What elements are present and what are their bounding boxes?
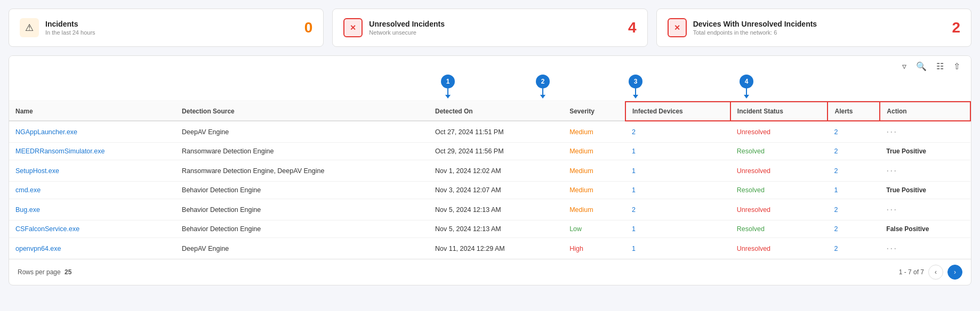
detection-source-cell: Behavior Detection Engine bbox=[175, 220, 429, 238]
infected-devices-cell[interactable]: 1 bbox=[625, 160, 730, 182]
severity-cell: Medium bbox=[563, 121, 625, 143]
table-row: openvpn64.exe DeepAV Engine Nov 11, 2024… bbox=[9, 238, 970, 259]
card-left: ⚠ Incidents In the last 24 hours bbox=[20, 18, 95, 37]
infected-devices-cell[interactable]: 1 bbox=[625, 238, 730, 259]
infected-devices-value[interactable]: 1 bbox=[632, 245, 636, 252]
name-cell[interactable]: NGAppLauncher.exe bbox=[9, 121, 175, 143]
name-link[interactable]: SetupHost.exe bbox=[15, 167, 59, 175]
col-name: Name bbox=[9, 102, 175, 121]
col-detection-source: Detection Source bbox=[175, 102, 429, 121]
monitor-x-icon: ✕ bbox=[668, 18, 687, 37]
alerts-value[interactable]: 1 bbox=[834, 186, 838, 194]
export-icon[interactable]: ⇧ bbox=[951, 59, 962, 73]
name-link[interactable]: cmd.exe bbox=[15, 186, 41, 194]
incident-status-cell: Resolved bbox=[730, 220, 828, 238]
detection-source-cell: Ransomware Detection Engine bbox=[175, 143, 429, 160]
infected-devices-value[interactable]: 2 bbox=[632, 128, 636, 136]
infected-devices-value[interactable]: 1 bbox=[632, 186, 636, 194]
name-cell[interactable]: openvpn64.exe bbox=[9, 238, 175, 259]
table-row: NGAppLauncher.exe DeepAV Engine Oct 27, … bbox=[9, 121, 970, 143]
incident-status-cell: Unresolved bbox=[730, 199, 828, 220]
severity-badge: Medium bbox=[569, 167, 593, 175]
columns-icon[interactable]: ☷ bbox=[934, 59, 946, 73]
alerts-cell[interactable]: 2 bbox=[828, 199, 880, 220]
infected-devices-value[interactable]: 1 bbox=[632, 148, 636, 155]
infected-devices-value[interactable]: 1 bbox=[632, 167, 636, 175]
alerts-cell[interactable]: 2 bbox=[828, 220, 880, 238]
infected-devices-value[interactable]: 2 bbox=[632, 206, 636, 214]
action-dots-icon[interactable]: ··· bbox=[886, 204, 897, 215]
action-cell[interactable]: ··· bbox=[880, 160, 970, 182]
incidents-count: 0 bbox=[304, 19, 313, 36]
col-alerts: Alerts bbox=[828, 102, 880, 121]
devices-count: 2 bbox=[952, 19, 960, 36]
col-infected-devices: Infected Devices bbox=[625, 102, 730, 121]
infected-devices-cell[interactable]: 1 bbox=[625, 182, 730, 199]
name-cell[interactable]: MEEDRRansomSimulator.exe bbox=[9, 143, 175, 160]
action-cell[interactable]: ··· bbox=[880, 199, 970, 220]
name-link[interactable]: openvpn64.exe bbox=[15, 245, 61, 252]
alerts-cell[interactable]: 2 bbox=[828, 121, 880, 143]
infected-devices-cell[interactable]: 1 bbox=[625, 143, 730, 160]
detected-on-cell: Oct 29, 2024 11:56 PM bbox=[429, 143, 563, 160]
col-severity: Severity bbox=[563, 102, 625, 121]
detected-on-cell: Nov 5, 2024 12:13 AM bbox=[429, 220, 563, 238]
alerts-value[interactable]: 2 bbox=[834, 167, 838, 175]
name-cell[interactable]: CSFalconService.exe bbox=[9, 220, 175, 238]
incident-status-value: Resolved bbox=[737, 225, 765, 233]
action-dots-icon[interactable]: ··· bbox=[886, 126, 897, 137]
alerts-value[interactable]: 2 bbox=[834, 206, 838, 214]
incidents-table: Name Detection Source Detected On Severi… bbox=[9, 101, 971, 259]
name-link[interactable]: NGAppLauncher.exe bbox=[15, 128, 77, 136]
detected-on-cell: Nov 11, 2024 12:29 AM bbox=[429, 238, 563, 259]
card-title: Devices With Unresolved Incidents bbox=[693, 20, 817, 28]
card-title: Unresolved Incidents bbox=[369, 20, 445, 28]
action-cell[interactable]: ··· bbox=[880, 238, 970, 259]
devices-card: ✕ Devices With Unresolved Incidents Tota… bbox=[656, 9, 971, 47]
severity-cell: Medium bbox=[563, 199, 625, 220]
name-link[interactable]: CSFalconService.exe bbox=[15, 225, 79, 233]
name-link[interactable]: MEEDRRansomSimulator.exe bbox=[15, 148, 105, 155]
marker-4: 4 bbox=[740, 75, 753, 99]
alerts-cell[interactable]: 2 bbox=[828, 238, 880, 259]
name-cell[interactable]: SetupHost.exe bbox=[9, 160, 175, 182]
infected-devices-cell[interactable]: 2 bbox=[625, 199, 730, 220]
action-dots-icon[interactable]: ··· bbox=[886, 243, 897, 253]
name-cell[interactable]: cmd.exe bbox=[9, 182, 175, 199]
table-row: MEEDRRansomSimulator.exe Ransomware Dete… bbox=[9, 143, 970, 160]
detected-on-cell: Nov 3, 2024 12:07 AM bbox=[429, 182, 563, 199]
next-page-button[interactable]: › bbox=[947, 265, 962, 280]
marker-2: 2 bbox=[536, 75, 550, 99]
alerts-value[interactable]: 2 bbox=[834, 225, 838, 233]
action-cell[interactable]: ··· bbox=[880, 121, 970, 143]
name-cell[interactable]: Bug.exe bbox=[9, 199, 175, 220]
card-left: ✕ Devices With Unresolved Incidents Tota… bbox=[668, 18, 817, 37]
infected-devices-cell[interactable]: 1 bbox=[625, 220, 730, 238]
infected-devices-value[interactable]: 1 bbox=[632, 225, 636, 233]
card-info: Incidents In the last 24 hours bbox=[45, 20, 95, 36]
top-cards-section: ⚠ Incidents In the last 24 hours 0 ✕ Unr… bbox=[0, 0, 980, 55]
unresolved-incidents-card: ✕ Unresolved Incidents Network unsecure … bbox=[332, 9, 647, 47]
detection-source-cell: DeepAV Engine bbox=[175, 238, 429, 259]
prev-page-button[interactable]: ‹ bbox=[928, 265, 943, 280]
severity-cell: Medium bbox=[563, 143, 625, 160]
search-icon[interactable]: 🔍 bbox=[914, 59, 929, 73]
alerts-value[interactable]: 2 bbox=[834, 128, 838, 136]
alerts-cell[interactable]: 2 bbox=[828, 160, 880, 182]
alerts-cell[interactable]: 1 bbox=[828, 182, 880, 199]
action-dots-icon[interactable]: ··· bbox=[886, 165, 897, 176]
alerts-cell[interactable]: 2 bbox=[828, 143, 880, 160]
severity-badge: Medium bbox=[569, 206, 593, 214]
action-cell: True Positive bbox=[880, 182, 970, 199]
alerts-value[interactable]: 2 bbox=[834, 245, 838, 252]
pagination: 1 - 7 of 7 ‹ › bbox=[899, 265, 962, 280]
pagination-info: 1 - 7 of 7 bbox=[899, 268, 924, 276]
table-footer: Rows per page 25 1 - 7 of 7 ‹ › bbox=[9, 259, 971, 285]
alerts-value[interactable]: 2 bbox=[834, 148, 838, 155]
infected-devices-cell[interactable]: 2 bbox=[625, 121, 730, 143]
filter-icon[interactable]: ▿ bbox=[900, 59, 909, 73]
name-link[interactable]: Bug.exe bbox=[15, 206, 40, 214]
table-header-row: Name Detection Source Detected On Severi… bbox=[9, 102, 970, 121]
marker-bubble-3: 3 bbox=[629, 75, 642, 88]
incident-status-value: Unresolved bbox=[737, 245, 770, 252]
